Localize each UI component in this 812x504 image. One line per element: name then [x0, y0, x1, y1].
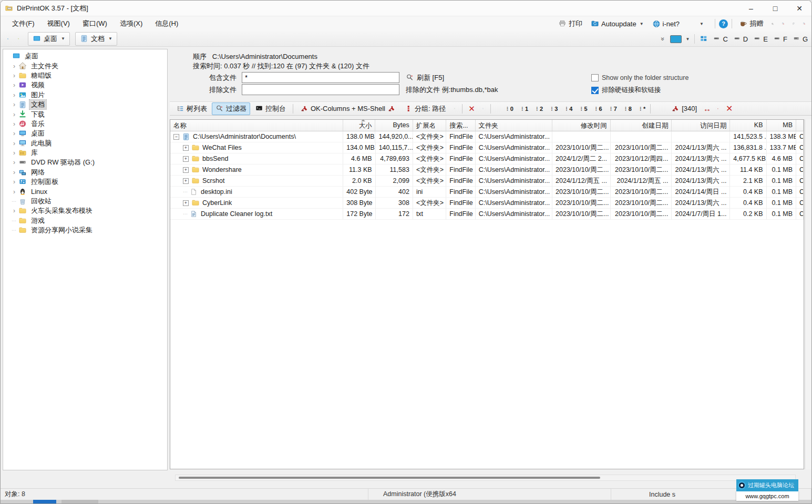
table-row[interactable]: ⋯Duplicate Cleaner log.txt172 Byte172txt… — [170, 209, 804, 220]
level-button-6[interactable]: ⋮6 — [592, 105, 604, 112]
table-row[interactable]: +Scrshot2.0 KB2,099<文件夹>FindFileC:\Users… — [170, 176, 804, 187]
expander-chevron-icon[interactable]: › — [11, 91, 18, 99]
drive-button-c[interactable]: C — [711, 34, 729, 44]
table-row[interactable]: +bbsSend4.6 MB4,789,693<文件夹>FindFileC:\U… — [170, 153, 804, 164]
column-header-文件夹[interactable]: 文件夹 — [476, 120, 552, 131]
level-button-*[interactable]: ⋮* — [636, 105, 647, 112]
export-red-button[interactable] — [714, 105, 722, 113]
sidebar-item-资源分享网小说采集[interactable]: ⋯资源分享网小说采集 — [3, 225, 167, 235]
column-header-修改时间[interactable]: 修改时间 — [552, 120, 611, 131]
copy-window-button[interactable] — [789, 19, 798, 28]
donate-button[interactable]: 捐赠 — [736, 17, 766, 30]
print-button[interactable]: 打印 — [555, 17, 585, 30]
folder-up-button[interactable] — [14, 35, 23, 43]
autoupdate-button[interactable]: Autoupdate ▼ — [588, 18, 646, 29]
expander-chevron-icon[interactable]: › — [11, 72, 18, 79]
table-row[interactable]: +WeChat Files134.0 MB140,115,7...<文件夹>Fi… — [170, 142, 804, 153]
file-name-cell[interactable]: +Scrshot — [170, 176, 343, 187]
minimize-button[interactable]: – — [739, 1, 763, 16]
column-header-Bytes[interactable]: Bytes — [375, 120, 413, 131]
tree-list-button[interactable]: 树列表 — [172, 102, 211, 115]
chevron-more-icon[interactable]: » — [659, 35, 666, 43]
column-header-clipped[interactable] — [796, 120, 804, 131]
clear-x-button[interactable]: ✕ — [466, 104, 478, 114]
sidebar-item-网络[interactable]: ›网络 — [3, 168, 167, 177]
sidebar-item-此电脑[interactable]: ›此电脑 — [3, 139, 167, 148]
expand-icon[interactable]: + — [183, 178, 189, 184]
include-files-input[interactable] — [242, 72, 399, 83]
expand-icon[interactable]: + — [183, 145, 189, 151]
sidebar-item-音乐[interactable]: ›音乐 — [3, 119, 167, 129]
menu-window[interactable]: 窗口(W) — [76, 17, 114, 30]
page-sync-button[interactable] — [479, 105, 487, 113]
sidebar-item-桌面[interactable]: ›桌面 — [3, 129, 167, 138]
column-header-KB[interactable]: KB — [730, 120, 766, 131]
sidebar-item-回收站[interactable]: ⋯回收站 — [3, 197, 167, 206]
column-header-访问日期[interactable]: 访问日期 — [672, 120, 730, 131]
level-button-3[interactable]: ⋮3 — [548, 105, 559, 112]
chevron-down-icon[interactable]: ▼ — [700, 22, 704, 26]
sidebar-item-主文件夹[interactable]: ›主文件夹 — [3, 61, 167, 70]
file-name-cell[interactable]: +bbsSend — [170, 153, 343, 164]
close-all-red-button[interactable] — [800, 19, 808, 28]
column-header-扩展名[interactable]: 扩展名 — [413, 120, 446, 131]
expander-chevron-icon[interactable]: › — [11, 178, 18, 186]
column-header-名称[interactable]: 名称 — [170, 120, 343, 131]
table-row[interactable]: ⋯desktop.ini402 Byte402iniFindFileC:\Use… — [170, 187, 804, 198]
inet-button[interactable]: i-net? — [649, 18, 683, 29]
sidebar-item-Linux[interactable]: ›Linux — [3, 187, 167, 196]
sidebar-item-库[interactable]: ›库 — [3, 148, 167, 158]
table-row[interactable]: +Wondershare11.3 KB11,583<文件夹>FindFileC:… — [170, 164, 804, 176]
level-button-4[interactable]: ⋮4 — [562, 105, 574, 112]
sidebar-item-文档[interactable]: ›文档 — [3, 100, 167, 109]
search-magnifier-button[interactable] — [768, 19, 777, 28]
refresh-button[interactable]: 刷新 [F5] — [406, 73, 444, 83]
sidebar-item-控制面板[interactable]: ›控制面板 — [3, 177, 167, 187]
menu-view[interactable]: 视图(V) — [41, 17, 76, 30]
vertical-scrollbar[interactable] — [805, 119, 811, 469]
table-row[interactable]: +CyberLink308 Byte308<文件夹>FindFileC:\Use… — [170, 198, 804, 209]
expander-chevron-icon[interactable]: › — [11, 101, 18, 108]
fit-columns-button[interactable]: ↔ — [702, 104, 713, 113]
drive-button-g[interactable]: G — [791, 34, 809, 44]
maximize-button[interactable]: □ — [763, 1, 787, 16]
column-header-MB[interactable]: MB — [767, 120, 796, 131]
refresh-page-button[interactable] — [450, 105, 459, 113]
horizontal-scrollbar[interactable] — [175, 475, 796, 481]
checkbox-exclude-links[interactable]: 排除硬链接和软链接 — [591, 86, 661, 95]
tab-desktop[interactable]: 桌面 ▼ — [28, 32, 70, 46]
expander-chevron-icon[interactable]: › — [11, 159, 18, 166]
menu-options[interactable]: 选项(X) — [114, 17, 149, 30]
remove-columns-button[interactable]: ✕ — [723, 104, 735, 114]
file-name-cell[interactable]: +Wondershare — [170, 164, 343, 176]
column-header-大小[interactable]: 大小 — [343, 120, 375, 131]
scrollbar-thumb[interactable] — [179, 477, 600, 479]
column-header-创建日期[interactable]: 创建日期 — [611, 120, 672, 131]
sidebar-item-糖唱饭[interactable]: ›糖唱饭 — [3, 71, 167, 80]
expander-chevron-icon[interactable]: › — [11, 120, 18, 128]
menu-file[interactable]: 文件(F) — [6, 17, 41, 30]
table-row[interactable]: −C:\Users\Administrator\Documents\138.0 … — [170, 131, 804, 142]
close-button[interactable]: ✕ — [787, 1, 811, 16]
chevron-down-icon[interactable]: ▼ — [686, 37, 690, 42]
expander-chevron-icon[interactable]: › — [11, 149, 18, 157]
expand-icon[interactable]: + — [183, 167, 189, 173]
level-button-0[interactable]: ⋮0 — [503, 105, 515, 112]
sidebar-item-视频[interactable]: ›视频 — [3, 80, 167, 90]
collapse-icon[interactable]: − — [173, 134, 179, 140]
expander-chevron-icon[interactable]: › — [11, 140, 18, 147]
expand-icon[interactable]: + — [183, 156, 189, 162]
drive-button-f[interactable]: F — [772, 34, 789, 44]
column-width-button[interactable]: [340] — [667, 103, 701, 115]
level-button-7[interactable]: ⋮7 — [607, 105, 619, 112]
sidebar-item-游戏[interactable]: ⋯游戏 — [3, 216, 167, 225]
sidebar-item-图片[interactable]: ›图片 — [3, 90, 167, 100]
column-header-搜索...[interactable]: 搜索... — [446, 120, 475, 131]
sidebar-item-火车头采集发布模块[interactable]: ›火车头采集发布模块 — [3, 206, 167, 215]
expander-chevron-icon[interactable]: › — [11, 207, 18, 214]
columns-grid-button[interactable] — [4, 35, 12, 43]
level-button-5[interactable]: ⋮5 — [577, 105, 589, 112]
grouping-button[interactable]: 分组: 路径 — [400, 102, 449, 115]
grid-blue-icon[interactable] — [700, 35, 708, 43]
sidebar-item-DVD-RW-驱动器-(G:)[interactable]: ›DVD RW 驱动器 (G:) — [3, 158, 167, 167]
